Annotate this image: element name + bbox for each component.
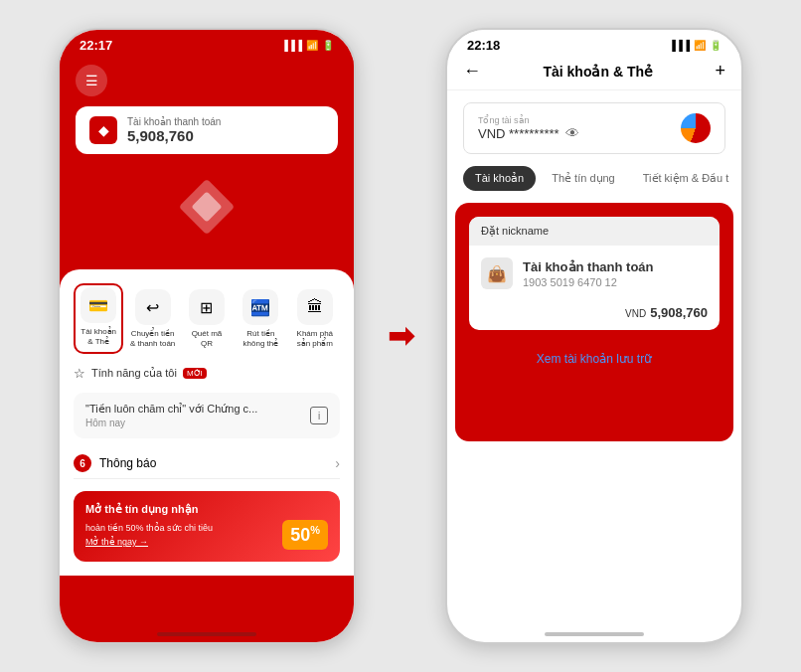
qr-label: Quét mãQR xyxy=(192,329,223,348)
r-battery-icon: 🔋 xyxy=(710,40,721,51)
asset-value-text: VND ********** xyxy=(478,126,560,141)
left-phone: 22:17 ▐▐▐ 📶 🔋 ☰ ◆ Tài khoản thanh toán 5… xyxy=(58,28,356,644)
kham-pha-icon: 🏛 xyxy=(297,289,333,325)
highlighted-account-card[interactable]: Đặt nickname 👜 Tài khoản thanh toán 1903… xyxy=(467,215,721,332)
home-indicator-left xyxy=(157,632,256,636)
logo-area xyxy=(76,164,338,250)
page-title: Tài khoản & Thẻ xyxy=(543,64,653,80)
account-name: Tài khoản thanh toán xyxy=(523,259,654,274)
account-card[interactable]: ◆ Tài khoản thanh toán 5,908,760 xyxy=(76,106,338,154)
tabs-row: Tài khoản Thẻ tín dụng Tiết kiệm & Đầu t xyxy=(447,166,741,191)
action-qr[interactable]: ⊞ Quét mãQR xyxy=(182,283,232,354)
asset-info: Tổng tài sản VND ********** 👁 xyxy=(478,115,579,141)
right-status-icons: ▐▐▐ 📶 🔋 xyxy=(669,40,721,51)
account-body: 👜 Tài khoản thanh toán 1903 5019 6470 12 xyxy=(469,246,720,301)
promo-text: "Tiền luôn chăm chỉ" với Chứng c... xyxy=(85,403,257,416)
account-card-info: Tài khoản thanh toán 5,908,760 xyxy=(127,116,221,144)
asset-box: Tổng tài sản VND ********** 👁 xyxy=(463,102,725,154)
chevron-right-icon: › xyxy=(335,455,340,471)
chuyen-tien-icon: ↩ xyxy=(135,289,171,325)
battery-icon: 🔋 xyxy=(322,40,334,51)
logo-diamond xyxy=(172,172,241,242)
balance-inside: VND5,908,760 xyxy=(469,301,720,330)
qr-icon: ⊞ xyxy=(189,289,225,325)
features-row[interactable]: ☆ Tính năng của tôi MỚI xyxy=(74,366,340,381)
promo-line2: hoàn tiền 50% thỏa sức chi tiêu xyxy=(85,523,213,533)
rut-tien-label: Rút tiềnkhông thẻ xyxy=(243,329,279,348)
arrow-container: ➡ xyxy=(376,317,425,355)
promo-title: Mở thẻ tín dụng nhận xyxy=(85,503,328,516)
account-card-label: Tài khoản thanh toán xyxy=(127,116,221,127)
promo-card[interactable]: "Tiền luôn chăm chỉ" với Chứng c... Hôm … xyxy=(74,393,340,438)
notif-badge: 6 xyxy=(74,454,91,472)
quick-actions: 💳 Tài khoản& Thẻ ↩ Chuyển tiền& thanh to… xyxy=(74,283,340,354)
tab-the-tin-dung[interactable]: Thẻ tín dụng xyxy=(540,166,627,191)
left-time: 22:17 xyxy=(80,38,112,53)
promo-info: "Tiền luôn chăm chỉ" với Chứng c... Hôm … xyxy=(85,403,257,428)
kham-pha-label: Khám phásản phẩm xyxy=(297,329,333,348)
new-badge: MỚI xyxy=(183,368,207,379)
info-icon[interactable]: i xyxy=(310,407,328,424)
notif-label: Thông báo xyxy=(99,456,327,470)
tai-khoan-icon: 💳 xyxy=(80,287,116,323)
promo-details: hoàn tiền 50% thỏa sức chi tiêu Mở thẻ n… xyxy=(85,523,213,547)
fifty-area: 50% xyxy=(282,520,328,550)
account-card-amount: 5,908,760 xyxy=(127,127,221,144)
right-header: ← Tài khoản & Thẻ + xyxy=(447,57,741,90)
menu-button[interactable]: ☰ xyxy=(76,65,107,96)
asset-label: Tổng tài sản xyxy=(478,115,579,125)
right-phone: 22:18 ▐▐▐ 📶 🔋 ← Tài khoản & Thẻ + Tổng t… xyxy=(445,28,743,644)
left-status-bar: 22:17 ▐▐▐ 📶 🔋 xyxy=(60,30,354,57)
right-time: 22:18 xyxy=(467,38,500,53)
pie-chart-icon[interactable] xyxy=(681,113,711,143)
tab-tai-khoan[interactable]: Tài khoản xyxy=(463,166,536,191)
tab-tiet-kiem[interactable]: Tiết kiệm & Đầu t xyxy=(631,166,741,191)
back-button[interactable]: ← xyxy=(463,61,481,82)
asset-value: VND ********** 👁 xyxy=(478,125,579,141)
left-status-icons: ▐▐▐ 📶 🔋 xyxy=(281,40,334,51)
promo-link[interactable]: Mở thẻ ngay → xyxy=(85,537,213,547)
action-tai-khoan[interactable]: 💳 Tài khoản& Thẻ xyxy=(74,283,123,354)
account-card-icon: ◆ xyxy=(89,116,117,144)
r-wifi-icon: 📶 xyxy=(694,40,706,51)
action-kham-pha[interactable]: 🏛 Khám phásản phẩm xyxy=(290,283,340,354)
account-details: Tài khoản thanh toán 1903 5019 6470 12 xyxy=(523,259,654,288)
archive-link[interactable]: Xem tài khoản lưu trữ xyxy=(467,342,721,376)
fifty-badge: 50% xyxy=(282,520,328,550)
chuyen-tien-label: Chuyển tiền& thanh toán xyxy=(130,329,175,348)
arrow-right-icon: ➡ xyxy=(388,317,414,355)
promo-sub: Hôm nay xyxy=(85,418,257,428)
balance-amount-inside: 5,908,760 xyxy=(650,305,708,320)
wifi-icon: 📶 xyxy=(306,40,318,51)
nickname-header: Đặt nickname xyxy=(469,217,720,246)
action-rut-tien[interactable]: 🏧 Rút tiềnkhông thẻ xyxy=(236,283,285,354)
action-chuyen-tien[interactable]: ↩ Chuyển tiền& thanh toán xyxy=(127,283,177,354)
wallet-icon: 👜 xyxy=(481,257,513,289)
bottom-promo[interactable]: Mở thẻ tín dụng nhận hoàn tiền 50% thỏa … xyxy=(74,491,340,562)
star-icon: ☆ xyxy=(74,366,85,381)
signal-icon: ▐▐▐ xyxy=(281,40,302,51)
add-button[interactable]: + xyxy=(715,61,725,82)
rut-tien-icon: 🏧 xyxy=(242,289,278,325)
account-number: 1903 5019 6470 12 xyxy=(523,276,654,288)
home-indicator-right xyxy=(545,632,644,636)
white-section: 💳 Tài khoản& Thẻ ↩ Chuyển tiền& thanh to… xyxy=(60,269,354,576)
account-section: Đặt nickname 👜 Tài khoản thanh toán 1903… xyxy=(455,203,733,441)
notif-row[interactable]: 6 Thông báo › xyxy=(74,448,340,479)
tai-khoan-label: Tài khoản& Thẻ xyxy=(80,327,116,346)
balance-currency-inside: VND xyxy=(625,308,646,319)
right-status-bar: 22:18 ▐▐▐ 📶 🔋 xyxy=(447,30,741,57)
eye-icon[interactable]: 👁 xyxy=(565,125,579,141)
r-signal-icon: ▐▐▐ xyxy=(669,40,690,51)
nickname-label: Đặt nickname xyxy=(481,225,549,237)
features-label: Tính năng của tôi xyxy=(91,367,177,380)
